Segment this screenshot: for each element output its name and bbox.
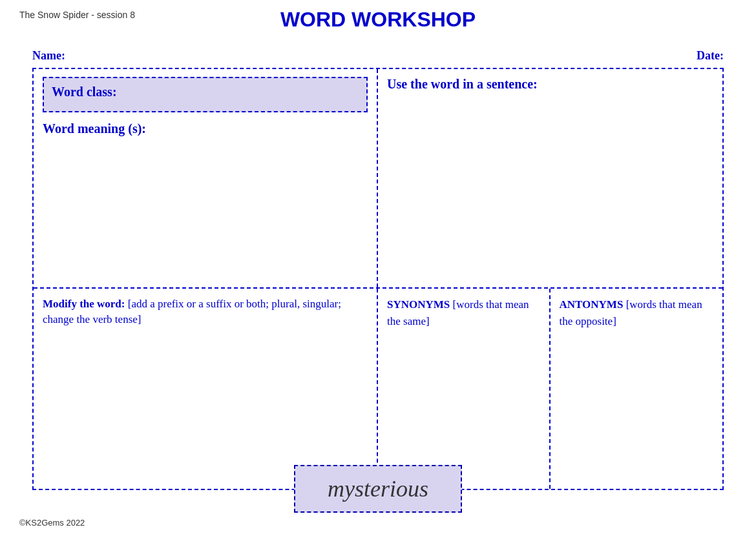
main-grid: Word class: Word meaning (s): Use the wo… [32,68,724,490]
antonyms-column: ANTONYMS [words that mean the opposite] [551,289,723,489]
top-section: Word class: Word meaning (s): Use the wo… [34,69,722,289]
footer: ©KS2Gems 2022 [19,518,85,528]
modify-bold: Modify the word: [43,298,125,310]
date-label: Date: [697,49,724,63]
left-panel: Word class: Word meaning (s): [34,69,378,287]
name-label: Name: [32,49,65,63]
center-word-text: mysterious [328,476,428,502]
modify-label: Modify the word: [add a prefix or a suff… [43,296,368,327]
center-word-box: mysterious [294,465,462,513]
use-word-label: Use the word in a sentence: [387,77,713,92]
synonyms-bold: SYNONYMS [387,298,450,311]
synonyms-label: SYNONYMS [words that mean the same] [387,296,540,329]
copyright-text: ©KS2Gems 2022 [19,518,85,528]
word-class-box: Word class: [43,77,368,112]
word-class-label: Word class: [52,85,117,99]
bottom-section: Modify the word: [add a prefix or a suff… [34,289,722,489]
center-word-container: mysterious [294,465,462,513]
antonyms-bold: ANTONYMS [560,298,624,311]
right-panel: Use the word in a sentence: [378,69,722,287]
synonyms-column: SYNONYMS [words that mean the same] [378,289,551,489]
page: The Snow Spider - session 8 WORD WORKSHO… [0,0,756,534]
antonyms-label: ANTONYMS [words that mean the opposite] [560,296,714,329]
modify-word-column: Modify the word: [add a prefix or a suff… [34,289,378,489]
main-title: WORD WORKSHOP [0,8,756,32]
word-meaning-label: Word meaning (s): [43,121,368,136]
name-date-row: Name: Date: [32,49,724,63]
